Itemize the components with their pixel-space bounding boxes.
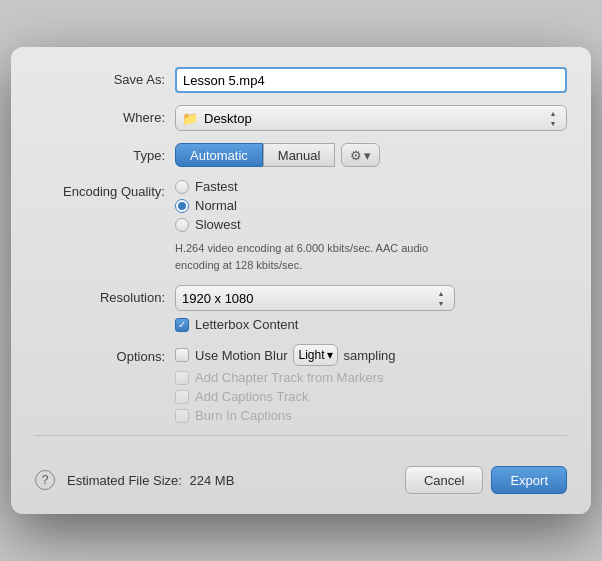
add-captions-checkbox <box>175 390 189 404</box>
file-size-value: 224 MB <box>190 473 235 488</box>
export-dialog: Save As: Where: 📁 Desktop ▲ ▼ Type: Auto… <box>11 47 591 514</box>
resolution-up-btn[interactable]: ▲ <box>434 288 448 298</box>
burn-captions-label: Burn In Captions <box>195 408 292 423</box>
radio-fastest-label: Fastest <box>195 179 238 194</box>
where-up-btn[interactable]: ▲ <box>546 108 560 118</box>
radio-fastest-circle[interactable] <box>175 180 189 194</box>
options-row: Options: Use Motion Blur Light ▾ samplin… <box>35 344 567 423</box>
save-as-control <box>175 67 567 93</box>
cancel-button[interactable]: Cancel <box>405 466 483 494</box>
file-size-label: Estimated File Size: <box>67 473 182 488</box>
motion-blur-label: Use Motion Blur <box>195 348 287 363</box>
buttons-right: Cancel Export <box>405 466 567 494</box>
manual-button[interactable]: Manual <box>263 143 336 167</box>
radio-normal-circle[interactable] <box>175 199 189 213</box>
gear-icon: ⚙ <box>350 148 362 163</box>
resolution-control: 1920 x 1080 ▲ ▼ ✓ Letterbox Content <box>175 285 567 332</box>
export-button[interactable]: Export <box>491 466 567 494</box>
add-captions-label: Add Captions Track <box>195 389 308 404</box>
motion-blur-select[interactable]: Light ▾ <box>293 344 337 366</box>
where-value: Desktop <box>204 111 542 126</box>
motion-blur-chevron: ▾ <box>327 348 333 362</box>
burn-captions-checkbox <box>175 409 189 423</box>
divider <box>35 435 567 436</box>
letterbox-checkbox[interactable]: ✓ <box>175 318 189 332</box>
type-label: Type: <box>35 143 175 163</box>
gear-chevron-icon: ▾ <box>364 148 371 163</box>
options-label: Options: <box>35 344 175 364</box>
encoding-quality-group: Fastest Normal Slowest <box>175 179 567 232</box>
save-as-row: Save As: <box>35 67 567 93</box>
sampling-label: sampling <box>344 348 396 363</box>
radio-normal-dot <box>178 202 186 210</box>
resolution-down-btn[interactable]: ▼ <box>434 298 448 308</box>
resolution-value: 1920 x 1080 <box>182 291 430 306</box>
resolution-dropdown[interactable]: 1920 x 1080 ▲ ▼ <box>175 285 455 311</box>
motion-blur-value: Light <box>298 348 324 362</box>
type-row: Type: Automatic Manual ⚙ ▾ <box>35 143 567 167</box>
resolution-label: Resolution: <box>35 285 175 305</box>
options-inline: Use Motion Blur Light ▾ sampling <box>175 344 567 366</box>
resolution-row: Resolution: 1920 x 1080 ▲ ▼ ✓ Letterbox … <box>35 285 567 332</box>
where-control: 📁 Desktop ▲ ▼ <box>175 105 567 131</box>
gear-button[interactable]: ⚙ ▾ <box>341 143 380 167</box>
radio-slowest-circle[interactable] <box>175 218 189 232</box>
folder-icon: 📁 <box>182 111 198 126</box>
where-down-btn[interactable]: ▼ <box>546 118 560 128</box>
bottom-row: ? Estimated File Size: 224 MB Cancel Exp… <box>35 454 567 494</box>
add-captions-row: Add Captions Track <box>175 389 567 404</box>
where-label: Where: <box>35 105 175 125</box>
save-as-label: Save As: <box>35 67 175 87</box>
add-chapter-checkbox <box>175 371 189 385</box>
add-chapter-label: Add Chapter Track from Markers <box>195 370 384 385</box>
options-control: Use Motion Blur Light ▾ sampling Add Cha… <box>175 344 567 423</box>
encoding-info: H.264 video encoding at 6.000 kbits/sec.… <box>175 240 475 273</box>
where-row: Where: 📁 Desktop ▲ ▼ <box>35 105 567 131</box>
encoding-quality-control: Fastest Normal Slowest H.264 video encod… <box>175 179 567 273</box>
type-control: Automatic Manual ⚙ ▾ <box>175 143 567 167</box>
radio-normal[interactable]: Normal <box>175 198 567 213</box>
add-chapter-row: Add Chapter Track from Markers <box>175 370 567 385</box>
radio-slowest-label: Slowest <box>195 217 241 232</box>
motion-blur-checkbox[interactable] <box>175 348 189 362</box>
radio-fastest[interactable]: Fastest <box>175 179 567 194</box>
letterbox-label: Letterbox Content <box>195 317 298 332</box>
file-size-text: Estimated File Size: 224 MB <box>67 473 234 488</box>
bottom-left: ? Estimated File Size: 224 MB <box>35 470 234 490</box>
save-as-input[interactable] <box>175 67 567 93</box>
resolution-stepper[interactable]: ▲ ▼ <box>434 288 448 308</box>
encoding-quality-row: Encoding Quality: Fastest Normal Slowest <box>35 179 567 273</box>
radio-slowest[interactable]: Slowest <box>175 217 567 232</box>
where-dropdown[interactable]: 📁 Desktop ▲ ▼ <box>175 105 567 131</box>
letterbox-row: ✓ Letterbox Content <box>175 317 567 332</box>
radio-normal-label: Normal <box>195 198 237 213</box>
burn-captions-row: Burn In Captions <box>175 408 567 423</box>
automatic-button[interactable]: Automatic <box>175 143 263 167</box>
where-stepper[interactable]: ▲ ▼ <box>546 108 560 128</box>
help-button[interactable]: ? <box>35 470 55 490</box>
encoding-quality-label: Encoding Quality: <box>35 179 175 199</box>
